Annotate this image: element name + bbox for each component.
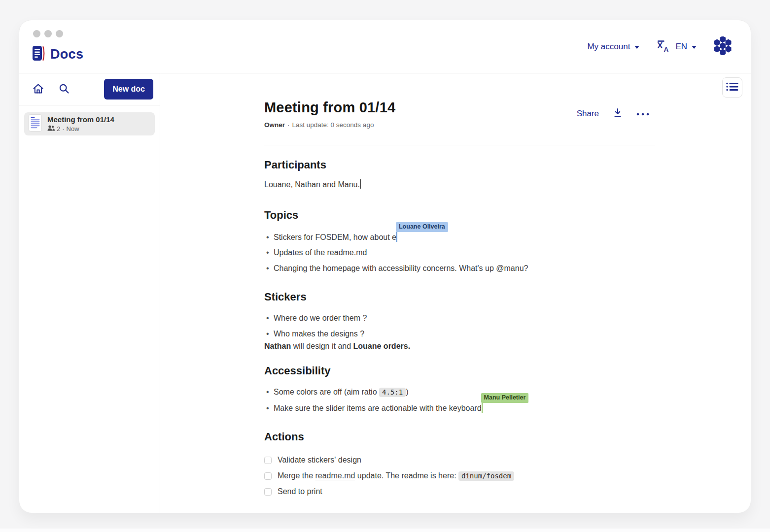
todo-item: Validate stickers' design: [264, 452, 655, 468]
window-control-dot[interactable]: [44, 30, 52, 37]
readme-link[interactable]: readme.md: [315, 471, 355, 480]
list-item: Some colors are off (aim ratio 4.5:1): [264, 384, 655, 400]
todo-label: Merge the readme.md update. The readme i…: [278, 471, 514, 480]
section-heading-topics: Topics: [264, 209, 655, 222]
share-button[interactable]: Share: [577, 109, 599, 119]
my-account-label: My account: [587, 42, 630, 52]
stickers-note: Nathan will design it and Louane orders.: [264, 341, 655, 351]
sidebar-toolbar: New doc: [19, 73, 160, 105]
header-divider: [264, 145, 655, 145]
list-item: Changing the homepage with accessibility…: [264, 261, 655, 276]
participants-text-content: Louane, Nathan and Manu.: [264, 180, 360, 189]
doc-item-members-count: 2: [57, 125, 60, 133]
inline-code: dinum/fosdem: [458, 471, 514, 481]
list-item: Make sure the slider items are actionabl…: [264, 400, 655, 416]
accessibility-item-2-text: Make sure the slider items are actionabl…: [274, 404, 482, 412]
inline-code: 4.5:1: [379, 388, 406, 397]
document: Meeting from 01/14 Owner · Last update: …: [264, 73, 655, 513]
ellipsis-icon: [636, 110, 649, 117]
search-icon: [59, 83, 70, 96]
stickers-note-bold-1: Nathan: [264, 342, 291, 350]
new-doc-button[interactable]: New doc: [104, 79, 153, 100]
meta-separator: ·: [287, 121, 290, 129]
apps-grid-button[interactable]: [713, 36, 732, 57]
docs-logo-icon: [32, 45, 45, 64]
svg-text:X: X: [658, 41, 663, 50]
todo-item: Merge the readme.md update. The readme i…: [264, 468, 655, 484]
language-value: EN: [675, 42, 687, 52]
accessibility-list: Some colors are off (aim ratio 4.5:1) Ma…: [264, 384, 655, 416]
section-heading-accessibility: Accessibility: [264, 365, 655, 377]
list-item: Updates of the readme.md: [264, 245, 655, 261]
language-selector[interactable]: X A EN: [656, 39, 697, 55]
more-options-button[interactable]: [636, 110, 649, 117]
table-of-contents-button[interactable]: [722, 77, 742, 98]
stickers-note-mid: will design it and: [291, 342, 353, 350]
chevron-down-icon: [634, 46, 639, 49]
todo-checkbox[interactable]: [264, 457, 272, 464]
header-actions: My account X A EN: [587, 20, 732, 73]
doc-item-meta-separator: ·: [62, 125, 64, 133]
app-header: Docs My account X A EN: [19, 20, 751, 73]
document-icon: [29, 114, 42, 133]
section-heading-participants: Participants: [264, 159, 655, 171]
stickers-note-bold-2: Louane orders.: [353, 342, 411, 350]
doc-item-updated: Now: [67, 125, 79, 133]
list-item: Where do we order them ?: [264, 310, 655, 326]
search-button[interactable]: [59, 83, 70, 96]
chevron-down-icon: [692, 46, 697, 49]
translate-icon: X A: [656, 39, 671, 55]
list-item: Stickers for FOSDEM, how about eLouane O…: [264, 230, 655, 245]
section-heading-actions: Actions: [264, 431, 655, 443]
doc-list-item[interactable]: Meeting from 01/14 2: [24, 112, 155, 135]
collab-cursor-label: Louane Oliveira: [396, 222, 448, 232]
accessibility-item-1-close: ): [406, 388, 408, 396]
todo-text: Merge the: [278, 471, 315, 480]
doc-item-meta: 2 · Now: [47, 125, 114, 133]
app-window: Docs My account X A EN: [19, 20, 751, 513]
apps-grid-icon: [713, 36, 732, 57]
page-bottom-strip: [0, 529, 770, 532]
todo-list: Validate stickers' design Merge the read…: [264, 452, 655, 499]
todo-text: update. The readme is here:: [355, 471, 458, 480]
doc-item-title: Meeting from 01/14: [47, 115, 114, 124]
topics-item-1: Stickers for FOSDEM, how about e: [274, 233, 396, 241]
doc-list: Meeting from 01/14 2: [19, 105, 160, 142]
owner-badge: Owner: [264, 121, 285, 129]
sidebar: New doc: [19, 73, 160, 513]
home-button[interactable]: [33, 83, 44, 96]
section-heading-next-meeting: Next meeting: [264, 512, 655, 513]
download-button[interactable]: [612, 107, 623, 120]
todo-label: Send to print: [278, 487, 322, 496]
todo-checkbox[interactable]: [264, 488, 272, 496]
document-header: Meeting from 01/14 Owner · Last update: …: [264, 99, 655, 145]
stickers-list: Where do we order them ? Who makes the d…: [264, 310, 655, 341]
app-body: New doc: [19, 73, 751, 513]
document-editor[interactable]: Participants Louane, Nathan and Manu. To…: [264, 159, 655, 513]
download-icon: [612, 107, 623, 120]
document-actions: Share: [577, 107, 649, 120]
text-cursor: [360, 179, 361, 189]
list-icon: [726, 82, 738, 93]
last-update-text: Last update: 0 seconds ago: [292, 121, 374, 129]
app-title: Docs: [50, 47, 83, 62]
window-controls: [33, 30, 63, 37]
document-meta: Owner · Last update: 0 seconds ago: [264, 121, 655, 129]
window-control-dot[interactable]: [33, 30, 40, 37]
participants-text: Louane, Nathan and Manu.: [264, 179, 655, 190]
window-control-dot[interactable]: [56, 30, 63, 37]
todo-label: Validate stickers' design: [278, 456, 361, 465]
todo-checkbox[interactable]: [264, 472, 272, 480]
document-pane: Meeting from 01/14 Owner · Last update: …: [160, 73, 751, 513]
accessibility-item-1-text: Some colors are off (aim ratio: [274, 388, 379, 396]
doc-item-info: Meeting from 01/14 2: [47, 115, 114, 133]
my-account-menu[interactable]: My account: [587, 42, 639, 52]
collab-cursor-louane: Louane Oliveira: [396, 232, 398, 242]
todo-item: Send to print: [264, 484, 655, 499]
home-icon: [33, 83, 44, 96]
docs-logo[interactable]: Docs: [32, 45, 83, 64]
people-icon: [47, 125, 55, 133]
collab-cursor-label: Manu Pelletier: [481, 393, 529, 403]
list-item: Who makes the designs ?: [264, 326, 655, 342]
topics-list: Stickers for FOSDEM, how about eLouane O…: [264, 230, 655, 276]
